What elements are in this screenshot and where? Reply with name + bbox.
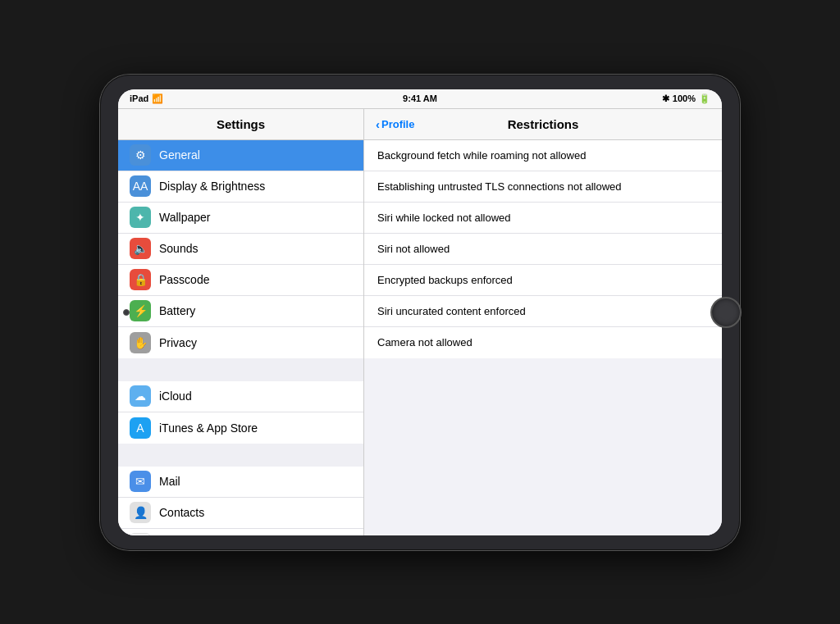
restrictions-nav-title: ‹ Profile Restrictions (364, 109, 722, 139)
privacy-icon: ✋ (130, 332, 151, 353)
carrier-label: iPad (130, 93, 148, 103)
sidebar-section-1: ☁iCloudAiTunes & App Store (118, 381, 363, 444)
nav-bar: Settings ‹ Profile Restrictions (118, 109, 722, 140)
wallpaper-label: Wallpaper (159, 211, 211, 224)
sounds-label: Sounds (159, 242, 198, 255)
calendar-icon: 📅 (130, 533, 151, 535)
mail-icon: ✉ (130, 471, 151, 492)
sidebar-item-privacy[interactable]: ✋Privacy (118, 327, 363, 358)
restriction-item: Background fetch while roaming not allow… (364, 140, 722, 171)
back-chevron-icon: ‹ (376, 117, 380, 131)
status-bar: iPad 📶 9:41 AM ✱ 100% 🔋 (118, 89, 722, 109)
general-icon: ⚙ (130, 144, 151, 166)
page-title: Restrictions (508, 117, 579, 131)
restriction-item: Establishing untrusted TLS connections n… (364, 171, 722, 203)
front-camera (123, 309, 130, 316)
sidebar-section-0: ⚙GeneralAADisplay & Brightness✦Wallpaper… (118, 140, 363, 358)
restriction-item: Siri while locked not allowed (364, 203, 722, 234)
settings-nav-title: Settings (118, 109, 364, 139)
passcode-label: Passcode (159, 273, 209, 286)
settings-title-label: Settings (217, 117, 265, 131)
sidebar-item-sounds[interactable]: 🔈Sounds (118, 234, 363, 265)
contacts-label: Contacts (159, 506, 204, 519)
restriction-item: Siri not allowed (364, 234, 722, 265)
sidebar-item-passcode[interactable]: 🔒Passcode (118, 265, 363, 296)
display-label: Display & Brightness (159, 180, 265, 193)
restriction-item: Siri uncurated content enforced (364, 296, 722, 327)
mail-label: Mail (159, 475, 180, 488)
battery-label: 100% (673, 93, 696, 103)
display-icon: AA (130, 175, 151, 197)
bluetooth-icon: ✱ (662, 93, 669, 104)
sidebar-section-2: ✉Mail👤Contacts📅Calendar📝Notes (118, 467, 363, 535)
sidebar-item-mail[interactable]: ✉Mail (118, 467, 363, 498)
status-right: ✱ 100% 🔋 (662, 93, 710, 104)
icloud-icon: ☁ (130, 385, 151, 407)
back-label: Profile (381, 118, 414, 130)
contacts-icon: 👤 (130, 502, 151, 523)
sidebar-item-itunes[interactable]: AiTunes & App Store (118, 412, 363, 444)
ipad-screen: iPad 📶 9:41 AM ✱ 100% 🔋 Settings ‹ Profi… (118, 89, 722, 535)
battery-icon: 🔋 (699, 93, 710, 104)
privacy-label: Privacy (159, 336, 197, 349)
battery-label: Battery (159, 304, 195, 317)
content-area: ⚙GeneralAADisplay & Brightness✦Wallpaper… (118, 140, 722, 535)
itunes-label: iTunes & App Store (159, 421, 258, 435)
itunes-icon: A (130, 417, 151, 439)
sidebar-item-battery[interactable]: ⚡Battery (118, 296, 363, 327)
restriction-item: Encrypted backups enforced (364, 265, 722, 296)
sidebar-item-contacts[interactable]: 👤Contacts (118, 498, 363, 529)
general-label: General (159, 148, 200, 162)
status-left: iPad 📶 (130, 93, 163, 104)
sidebar-gap-0 (118, 358, 363, 381)
status-time: 9:41 AM (403, 93, 437, 103)
home-button[interactable] (710, 297, 742, 328)
icloud-label: iCloud (159, 389, 192, 403)
sidebar: ⚙GeneralAADisplay & Brightness✦Wallpaper… (118, 140, 364, 535)
main-content: Background fetch while roaming not allow… (364, 140, 722, 535)
sidebar-item-icloud[interactable]: ☁iCloud (118, 381, 363, 412)
ipad-device: iPad 📶 9:41 AM ✱ 100% 🔋 Settings ‹ Profi… (100, 75, 740, 550)
restrictions-bottom-gap (364, 358, 722, 381)
sounds-icon: 🔈 (130, 238, 151, 259)
battery-icon: ⚡ (130, 300, 151, 321)
back-button[interactable]: ‹ Profile (376, 117, 414, 131)
wifi-icon: 📶 (152, 93, 163, 104)
restriction-item: Camera not allowed (364, 327, 722, 358)
sidebar-item-general[interactable]: ⚙General (118, 140, 363, 171)
passcode-icon: 🔒 (130, 269, 151, 290)
wallpaper-icon: ✦ (130, 207, 151, 228)
sidebar-gap-1 (118, 444, 363, 467)
sidebar-item-wallpaper[interactable]: ✦Wallpaper (118, 203, 363, 234)
sidebar-item-display[interactable]: AADisplay & Brightness (118, 171, 363, 203)
sidebar-item-calendar[interactable]: 📅Calendar (118, 529, 363, 535)
restrictions-list: Background fetch while roaming not allow… (364, 140, 722, 358)
